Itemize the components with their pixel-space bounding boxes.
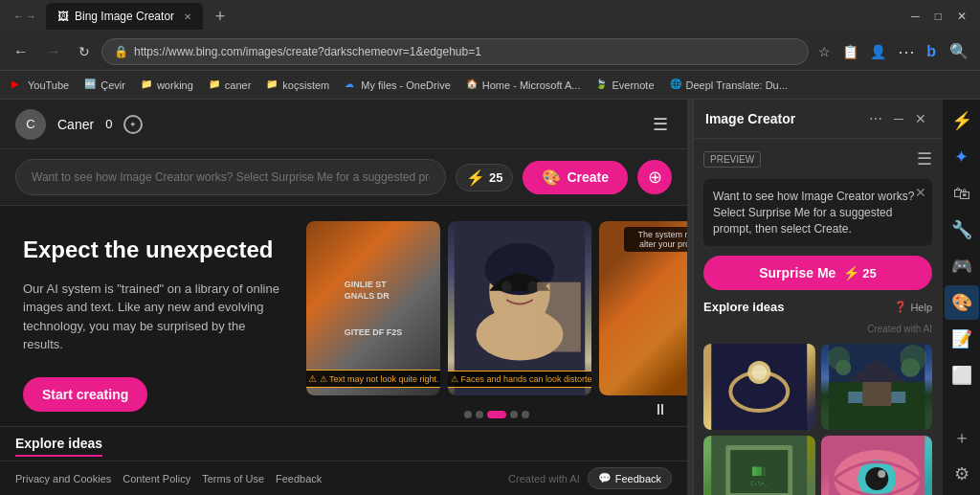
coins-number: 25 [489,170,502,185]
reward-icon: ✦ [123,115,143,134]
collections-button[interactable]: 📋 [838,40,862,63]
more-button[interactable]: ⋯ [894,37,919,66]
add-icon[interactable]: ＋ [945,420,979,455]
bookmark-caner[interactable]: 📁 caner [205,77,256,94]
refresh-button[interactable]: ↻ [73,40,96,63]
svg-rect-7 [711,344,807,430]
tools-icon[interactable]: 🔧 [945,213,979,247]
bookmarks-bar: ▶ YouTube 🔤 Çevir 📁 working 📁 caner 📁 ko… [0,71,980,100]
panel-hamburger[interactable]: ☰ [917,148,932,169]
new-tab-area: ← → [8,7,42,26]
dot-2[interactable] [476,411,483,418]
panel-dots-btn[interactable]: ⋯ [865,109,886,128]
dot-3-active[interactable] [487,411,506,418]
start-creating-button[interactable]: Start creating [23,377,147,412]
feedback-footer-link[interactable]: Feedback [276,473,322,484]
panel-image-ring[interactable] [703,344,815,430]
profile-button[interactable]: 👤 [866,40,890,63]
coins-display: ⚡ 25 [456,164,513,191]
bookmark-microsoft[interactable]: 🏠 Home - Microsoft A... [462,77,585,94]
tab-close-btn[interactable]: ✕ [184,11,191,22]
minimize-btn[interactable]: ─ [905,6,925,27]
explore-ideas-panel-label: Explore ideas [703,300,785,314]
ring-image [703,344,815,430]
panel-close-btn[interactable]: ✕ [911,109,930,128]
panel-minimize-btn[interactable]: ─ [890,109,907,128]
settings-icon[interactable]: ⚙ [945,457,979,491]
dot-5[interactable] [522,411,529,418]
deepl-favicon: 🌐 [670,79,683,92]
panel-image-eye[interactable] [821,436,933,495]
terms-link[interactable]: Terms of Use [202,473,264,484]
surprise-me-button[interactable]: Surprise Me ⚡ 25 [703,256,932,290]
games-icon[interactable]: 🎮 [945,249,979,283]
search-icon[interactable]: 🔍 [946,38,972,64]
search-input-wrap[interactable] [15,159,446,195]
carousel-dots [464,411,529,418]
content-area: C Caner 0 ✦ ☰ ⚡ 25 [0,100,980,495]
active-tab[interactable]: 🖼 Bing Image Creator ✕ [46,3,203,30]
search-input[interactable] [32,170,430,184]
bing-icon[interactable]: b [923,39,940,64]
panel-image-cabin[interactable] [821,344,933,430]
bookmark-onedrive[interactable]: ☁ My files - OneDrive [341,77,455,94]
bookmark-youtube[interactable]: ▶ YouTube [8,77,73,94]
address-bar[interactable]: 🔒 [101,38,809,65]
lock-icon: 🔒 [114,45,128,58]
office-icon[interactable]: ⬜ [945,358,979,393]
content-policy-link[interactable]: Content Policy [122,473,190,484]
image-creator-icon[interactable]: 🎨 [945,285,979,320]
extensions-icon[interactable]: ⚡ [945,103,979,138]
bookmark-deepl[interactable]: 🌐 Deepl Translate: Du... [666,77,791,94]
explore-section: Explore ideas [0,426,687,461]
hamburger-menu[interactable]: ☰ [649,110,672,139]
eye-svg [821,436,933,495]
image-creator-panel: Image Creator ⋯ ─ ✕ PREVIEW ☰ Want to se… [693,100,942,495]
surprise-lightning: ⚡ [843,265,859,281]
carousel-image-1: GINLIE STGNALS DRGITEE DF F2S ⚠ ⚠ Text m… [306,221,440,395]
fav-button[interactable]: ☆ [814,40,835,63]
privacy-link[interactable]: Privacy and Cookies [15,473,111,484]
explore-ideas-row: Explore ideas ❓ Help [703,300,932,314]
bookmark-cevir[interactable]: 🔤 Çevir [80,77,129,94]
new-tab-button[interactable]: + [207,3,234,30]
hero-content: Expect the unexpected Our AI system is "… [0,206,687,426]
close-window-btn[interactable]: ✕ [951,6,972,27]
forward-button[interactable]: → [40,39,67,64]
main-page: C Caner 0 ✦ ☰ ⚡ 25 [0,100,687,495]
avatar: C [15,109,46,140]
surprise-coins: ⚡ 25 [843,265,876,281]
maximize-btn[interactable]: □ [929,6,947,27]
notes-icon[interactable]: 📝 [945,322,979,356]
text-warning-badge: ⚠ ⚠ Text may not look quite right. [306,370,440,388]
pause-button[interactable]: ⏸ [653,401,668,418]
create-button[interactable]: 🎨 Create [523,161,628,194]
bookmark-evernote[interactable]: 🍃 Evernote [591,77,657,94]
svg-rect-16 [891,392,905,403]
system-warning-badge: The system might alter your prompt [624,227,687,252]
panel-image-retro-pc[interactable]: █▓░ C:\>_ [703,436,815,495]
shopping-icon[interactable]: 🛍 [945,176,979,211]
faces-warning-badge: ⚠ ⚠ Faces and hands can look distorted. [448,371,591,388]
panel-header-actions: ⋯ ─ ✕ [865,109,930,128]
circle-action-btn[interactable]: ⊕ [637,160,672,194]
feedback-button[interactable]: 💬 Feedback [588,467,672,489]
right-sidebar: ⚡ ✦ 🛍 🔧 🎮 🎨 📝 ⬜ ＋ ⚙ [942,100,980,495]
bookmark-working[interactable]: 📁 working [137,77,197,94]
caner-favicon: 📁 [209,79,222,92]
coins-badge: 0 [105,117,112,131]
food-image: The system might alter your prompt [599,221,687,395]
dot-1[interactable] [464,411,472,418]
bookmark-kocsistem[interactable]: 📁 koçsistem [262,77,333,94]
retro-pc-svg: █▓░ C:\>_ [703,436,815,495]
nav-actions: ☆ 📋 👤 ⋯ b [814,37,940,66]
address-input[interactable] [134,45,796,58]
panel-prompt-text: Want to see how Image Creator works? Sel… [713,189,923,236]
panel-prompt-close[interactable]: ✕ [915,185,926,200]
copilot-icon[interactable]: ✦ [945,140,979,174]
created-ai-panel-label: Created with AI [703,324,932,334]
back-button[interactable]: ← [8,39,34,64]
help-button[interactable]: ❓ Help [894,301,932,313]
dot-4[interactable] [510,411,518,418]
surprise-coins-num: 25 [862,266,876,281]
